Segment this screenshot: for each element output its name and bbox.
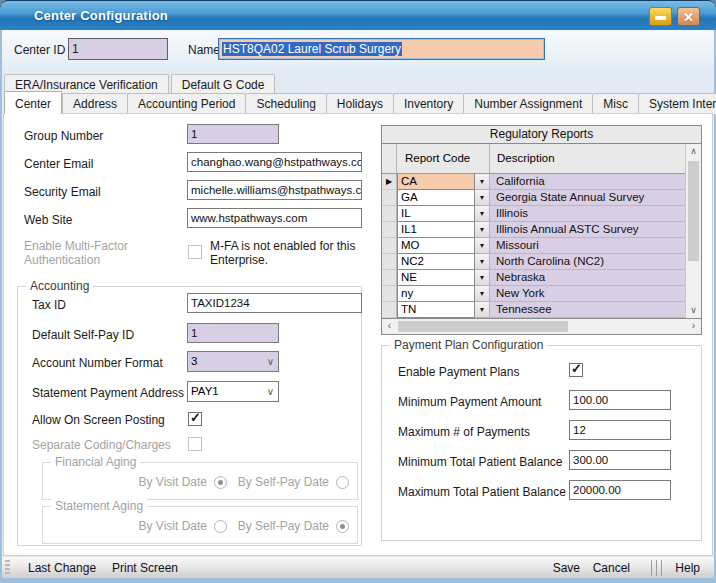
- description-cell[interactable]: Illinois: [490, 206, 685, 222]
- close-icon: ✕: [683, 10, 694, 25]
- enable-payment-plans-checkbox[interactable]: ✓: [569, 363, 583, 377]
- tab-system-interface[interactable]: System Interface: [638, 93, 716, 114]
- description-cell[interactable]: Missouri: [490, 238, 685, 254]
- description-cell[interactable]: North Carolina (NC2): [490, 254, 685, 270]
- account-number-format-label: Account Number Format: [32, 356, 163, 370]
- dropdown-arrow-icon[interactable]: ▼: [475, 254, 490, 270]
- report-code-cell[interactable]: GA: [397, 190, 475, 206]
- dropdown-arrow-icon[interactable]: ▼: [475, 238, 490, 254]
- description-cell[interactable]: New York: [490, 286, 685, 302]
- tax-id-field[interactable]: TAXID1234: [187, 293, 362, 313]
- row-selector[interactable]: [382, 222, 397, 238]
- grid-header-report-code[interactable]: Report Code: [397, 144, 490, 173]
- tab-scheduling[interactable]: Scheduling: [245, 93, 325, 114]
- table-row[interactable]: IL1▼Illinois Annual ASTC Survey: [382, 222, 685, 238]
- report-code-cell[interactable]: CA: [397, 174, 475, 190]
- dropdown-arrow-icon[interactable]: ▼: [475, 286, 490, 302]
- report-code-cell[interactable]: MO: [397, 238, 475, 254]
- scroll-down-icon[interactable]: ∨: [686, 303, 701, 318]
- tab-misc[interactable]: Misc: [592, 93, 638, 114]
- dropdown-arrow-icon[interactable]: ▼: [475, 174, 490, 190]
- statement-payment-address-combo[interactable]: PAY1 ∨: [187, 381, 279, 402]
- allow-on-screen-posting-checkbox[interactable]: ✓: [188, 412, 202, 426]
- dropdown-arrow-icon[interactable]: ▼: [475, 206, 490, 222]
- row-selector[interactable]: [382, 254, 397, 270]
- financial-aging-by-self-pay-date-radio: [336, 476, 349, 489]
- row-selector[interactable]: [382, 302, 397, 318]
- tab-accounting-period[interactable]: Accounting Period: [127, 93, 245, 114]
- grid-horizontal-scrollbar[interactable]: ‹ ›: [382, 318, 701, 334]
- statement-payment-address-label: Statement Payment Address: [32, 386, 184, 400]
- report-code-cell[interactable]: TN: [397, 302, 475, 318]
- statement-aging-by-self-pay-date-radio: [336, 520, 349, 533]
- report-code-cell[interactable]: NC2: [397, 254, 475, 270]
- table-row[interactable]: ▶CA▼California: [382, 174, 685, 190]
- report-code-cell[interactable]: ny: [397, 286, 475, 302]
- tab-number-assignment[interactable]: Number Assignment: [463, 93, 592, 114]
- report-code-cell[interactable]: IL1: [397, 222, 475, 238]
- save-button[interactable]: Save: [553, 561, 580, 575]
- toolbar-grip[interactable]: [5, 560, 10, 576]
- center-id-field[interactable]: 1: [68, 38, 168, 60]
- description-cell[interactable]: Illinois Annual ASTC Survey: [490, 222, 685, 238]
- center-email-field[interactable]: changhao.wang@hstpathways.com: [187, 152, 362, 172]
- cancel-button[interactable]: Cancel: [593, 561, 630, 575]
- description-cell[interactable]: California: [490, 174, 685, 190]
- table-row[interactable]: NE▼Nebraska: [382, 270, 685, 286]
- print-screen-button[interactable]: Print Screen: [112, 561, 178, 575]
- tab-holidays[interactable]: Holidays: [326, 93, 393, 114]
- maximum-payments-field[interactable]: 12: [569, 420, 671, 440]
- description-cell[interactable]: Georgia State Annual Survey: [490, 190, 685, 206]
- row-selector[interactable]: [382, 238, 397, 254]
- tab-address[interactable]: Address: [62, 93, 127, 114]
- row-selector[interactable]: [382, 270, 397, 286]
- tab-inventory[interactable]: Inventory: [393, 93, 463, 114]
- dropdown-arrow-icon[interactable]: ▼: [475, 270, 490, 286]
- dropdown-arrow-icon[interactable]: ▼: [475, 190, 490, 206]
- default-self-pay-id-field[interactable]: 1: [187, 323, 279, 343]
- title-bar[interactable]: Center Configuration ✕: [0, 0, 716, 30]
- scroll-up-icon[interactable]: ∧: [686, 144, 701, 159]
- row-selector[interactable]: [382, 190, 397, 206]
- scroll-right-icon[interactable]: ›: [686, 319, 701, 334]
- table-row[interactable]: MO▼Missouri: [382, 238, 685, 254]
- help-button[interactable]: Help: [675, 561, 700, 575]
- table-row[interactable]: GA▼Georgia State Annual Survey: [382, 190, 685, 206]
- description-cell[interactable]: Tennessee: [490, 302, 685, 318]
- report-code-cell[interactable]: NE: [397, 270, 475, 286]
- table-row[interactable]: TN▼Tennessee: [382, 302, 685, 318]
- row-selector[interactable]: [382, 286, 397, 302]
- tab-center[interactable]: Center: [4, 91, 62, 114]
- minimize-button[interactable]: [649, 7, 672, 26]
- grid-header-row: Report Code Description: [382, 144, 685, 174]
- maximum-total-patient-balance-field[interactable]: 20000.00: [569, 480, 671, 500]
- header-band: Center ID 1 Name HST8QA02 Laurel Scrub S…: [2, 30, 714, 74]
- statement-aging-by-visit-date-label: By Visit Date: [139, 519, 207, 533]
- close-button[interactable]: ✕: [677, 7, 700, 26]
- minimum-payment-amount-field[interactable]: 100.00: [569, 390, 671, 410]
- financial-aging-by-visit-date-radio: [214, 476, 227, 489]
- table-row[interactable]: ny▼New York: [382, 286, 685, 302]
- scroll-left-icon[interactable]: ‹: [382, 319, 397, 334]
- horizontal-scroll-thumb[interactable]: [398, 321, 568, 332]
- row-selector[interactable]: [382, 206, 397, 222]
- report-code-cell[interactable]: IL: [397, 206, 475, 222]
- table-row[interactable]: IL▼Illinois: [382, 206, 685, 222]
- security-email-label: Security Email: [24, 185, 101, 199]
- table-row[interactable]: NC2▼North Carolina (NC2): [382, 254, 685, 270]
- vertical-scroll-thumb[interactable]: [688, 161, 699, 261]
- description-cell[interactable]: Nebraska: [490, 270, 685, 286]
- dropdown-arrow-icon[interactable]: ▼: [475, 222, 490, 238]
- name-field[interactable]: HST8QA02 Laurel Scrub Surgery: [218, 38, 545, 60]
- grid-header-description[interactable]: Description: [490, 144, 685, 173]
- last-change-button[interactable]: Last Change: [28, 561, 96, 575]
- grid-vertical-scrollbar[interactable]: ∧ ∨: [685, 144, 701, 318]
- group-number-field[interactable]: 1: [187, 124, 279, 144]
- tab-default-g-code[interactable]: Default G Code: [171, 74, 276, 94]
- row-indicator-arrow-icon[interactable]: ▶: [382, 174, 397, 190]
- web-site-field[interactable]: www.hstpathways.com: [187, 208, 362, 228]
- security-email-field[interactable]: michelle.williams@hstpathways.com: [187, 180, 362, 200]
- dropdown-arrow-icon[interactable]: ▼: [475, 302, 490, 318]
- account-number-format-combo[interactable]: 3 ∨: [187, 351, 279, 372]
- minimum-total-patient-balance-field[interactable]: 300.00: [569, 450, 671, 470]
